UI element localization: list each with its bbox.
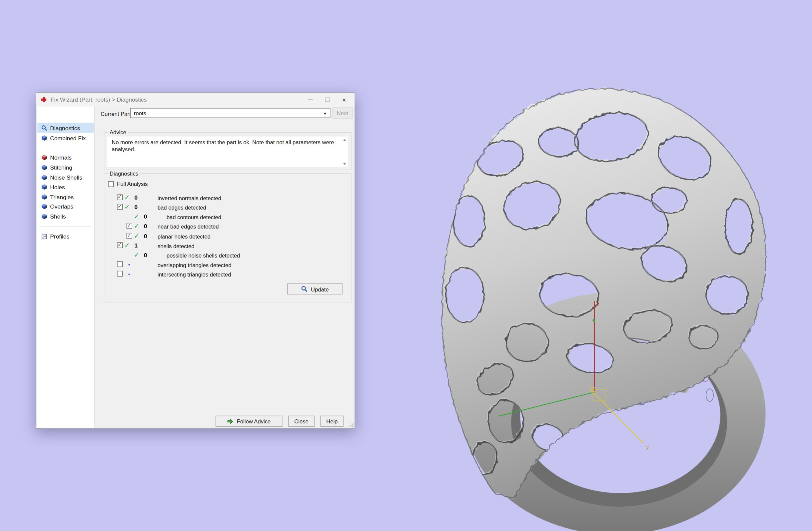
row-label: bad edges detected (158, 205, 206, 211)
row-checkbox[interactable] (117, 271, 122, 277)
sidebar-item-profiles[interactable]: Profiles (37, 231, 93, 241)
titlebar[interactable]: Fix Wizard (Part: roots) > Diagnostics × (36, 93, 354, 106)
status-check-icon: ✓ (133, 232, 140, 239)
3d-viewport[interactable]: z y (416, 74, 796, 531)
close-dialog-button[interactable]: Close (288, 416, 315, 427)
cube-icon (41, 174, 47, 180)
sidebar: Diagnostics Combined Fix Normals Stitchi… (37, 106, 95, 428)
status-check-icon: ✓ (123, 194, 131, 201)
sidebar-item-stitching[interactable]: Stitching (37, 162, 93, 172)
follow-advice-label: Follow Advice (237, 418, 271, 424)
sidebar-item-noise-shells[interactable]: Noise Shells (37, 172, 93, 182)
advice-text: No more errors are detected. It seems th… (107, 136, 348, 152)
cube-icon (41, 183, 47, 190)
sidebar-item-label: Combined Fix (50, 135, 86, 141)
follow-advice-button[interactable]: Follow Advice (216, 416, 282, 427)
maximize-button (319, 93, 336, 106)
sidebar-item-triangles[interactable]: Triangles (37, 192, 93, 202)
row-label: possible noise shells detected (166, 252, 240, 259)
sidebar-item-label: Triangles (50, 194, 74, 200)
desktop: Fix Wizard (Part: roots) > Diagnostics ×… (0, 0, 812, 531)
row-checkbox[interactable]: ✓ (117, 204, 122, 209)
profile-icon (41, 233, 47, 239)
cube-icon (41, 164, 47, 171)
fix-wizard-window: Fix Wizard (Part: roots) > Diagnostics ×… (36, 92, 355, 429)
row-count: 0 (134, 194, 137, 201)
sidebar-item-normals[interactable]: Normals (37, 152, 93, 162)
close-icon: × (342, 96, 346, 103)
advice-group: Advice No more errors are detected. It s… (104, 132, 351, 170)
sidebar-item-combined-fix[interactable]: Combined Fix (37, 133, 93, 143)
row-label: inverted normals detected (158, 195, 221, 201)
diagnostic-row: ✓ ✓ 0 planar holes detected (104, 232, 351, 241)
z-axis-label: z (596, 301, 599, 308)
diagnostic-row: • intersecting triangles detected (104, 270, 351, 279)
diagnostic-row: ✓ ✓ 0 bad edges detected (104, 203, 351, 212)
diagnostic-subrow: ✓ 0 possible noise shells detected (104, 251, 351, 260)
full-analysis-checkbox[interactable] (108, 181, 114, 187)
sidebar-item-diagnostics[interactable]: Diagnostics (37, 122, 93, 133)
row-checkbox[interactable]: ✓ (127, 223, 132, 228)
sidebar-item-label: Overlaps (50, 203, 73, 209)
sidebar-item-label: Normals (50, 154, 72, 161)
app-red-cross-icon (41, 96, 47, 103)
update-button-label: Update (311, 286, 329, 292)
current-part-select[interactable]: roots (130, 108, 331, 118)
sidebar-item-holes[interactable]: Holes (37, 182, 93, 192)
full-analysis-label: Full Analysis (117, 180, 148, 187)
status-check-icon: ✓ (123, 242, 131, 249)
sidebar-item-label: Profiles (50, 233, 69, 239)
cube-icon (41, 194, 47, 200)
row-checkbox[interactable] (117, 261, 122, 267)
row-label: intersecting triangles detected (158, 271, 231, 278)
sidebar-item-label: Shells (50, 213, 66, 220)
help-button[interactable]: Help (320, 416, 344, 427)
main-panel: Current Part: roots Next Advice No more … (95, 106, 354, 428)
row-checkbox[interactable]: ✓ (117, 242, 122, 248)
row-count: 0 (134, 204, 137, 210)
status-check-icon: ✓ (133, 251, 140, 259)
window-controls: × (302, 93, 352, 106)
sidebar-item-shells[interactable]: Shells (37, 211, 93, 221)
sidebar-item-overlaps[interactable]: Overlaps (37, 201, 93, 211)
row-label: overlapping triangles detected (158, 262, 232, 268)
close-button[interactable]: × (335, 93, 352, 106)
status-check-icon: ✓ (133, 213, 140, 220)
chevron-down-icon (323, 113, 327, 115)
current-part-value: roots (134, 110, 146, 116)
advice-group-title: Advice (108, 129, 128, 135)
ring-model: z y (416, 74, 796, 531)
diagnostics-group: Diagnostics Full Analysis ✓ ✓ 0 inverted… (104, 173, 351, 302)
current-part-label: Current Part: (101, 110, 132, 117)
minimize-button[interactable] (302, 93, 319, 106)
maximize-icon (325, 98, 330, 102)
resize-grip[interactable] (347, 421, 353, 427)
scroll-down-button[interactable] (342, 161, 347, 166)
scroll-up-button[interactable] (342, 137, 347, 143)
diagnostic-row: • overlapping triangles detected (104, 260, 351, 269)
diagnostic-row: ✓ ✓ 0 inverted normals detected (104, 193, 351, 203)
cube-icon (41, 213, 47, 220)
update-button[interactable]: Update (287, 283, 343, 294)
row-count: 0 (144, 223, 147, 229)
y-axis-label: y (646, 443, 649, 450)
diagnostics-group-title: Diagnostics (108, 170, 140, 177)
status-pending-icon: • (125, 271, 133, 277)
row-label: shells detected (158, 243, 194, 249)
row-checkbox[interactable]: ✓ (127, 233, 132, 238)
status-check-icon: ✓ (123, 203, 131, 210)
green-arrow-icon (227, 418, 234, 424)
row-count: 1 (134, 242, 137, 249)
cube-icon (41, 203, 47, 209)
chevron-up-icon (343, 139, 346, 141)
full-analysis-row: Full Analysis (108, 180, 148, 187)
row-count: 0 (144, 213, 147, 220)
chevron-down-icon (343, 163, 346, 165)
row-checkbox[interactable]: ✓ (117, 194, 122, 200)
voronoi-dome (416, 74, 796, 531)
advice-textarea: No more errors are detected. It seems th… (106, 136, 349, 167)
row-count: 0 (144, 233, 147, 239)
sidebar-item-label: Diagnostics (50, 124, 80, 131)
status-pending-icon: • (125, 262, 133, 267)
sidebar-item-label: Noise Shells (50, 174, 82, 180)
